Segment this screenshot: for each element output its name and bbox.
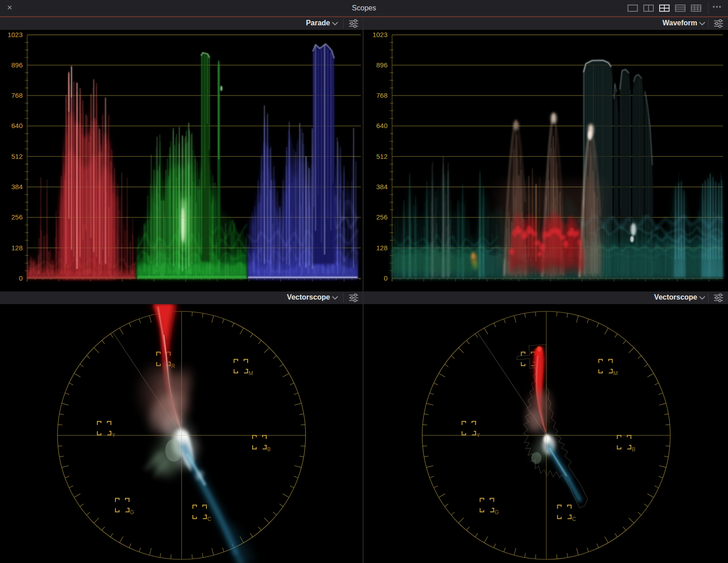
- svg-text:512: 512: [376, 153, 388, 160]
- svg-text:B: B: [267, 446, 271, 453]
- svg-text:256: 256: [376, 213, 388, 221]
- svg-text:128: 128: [11, 244, 23, 252]
- svg-text:768: 768: [11, 91, 23, 99]
- svg-text:B: B: [632, 446, 636, 453]
- svg-text:M: M: [613, 370, 618, 377]
- svg-text:R: R: [171, 363, 175, 369]
- svg-text:768: 768: [376, 91, 388, 99]
- svg-text:1023: 1023: [373, 31, 388, 38]
- svg-text:384: 384: [11, 183, 23, 191]
- svg-text:C: C: [572, 516, 576, 522]
- svg-text:640: 640: [376, 122, 388, 129]
- svg-text:256: 256: [11, 213, 23, 221]
- svg-text:0: 0: [19, 274, 23, 282]
- svg-text:G: G: [495, 509, 499, 515]
- svg-text:128: 128: [376, 244, 388, 252]
- svg-text:G: G: [130, 509, 134, 515]
- svg-text:1023: 1023: [8, 31, 23, 38]
- svg-text:M: M: [249, 370, 253, 377]
- svg-text:C: C: [207, 516, 211, 522]
- svg-text:0: 0: [384, 274, 388, 282]
- svg-text:640: 640: [11, 122, 23, 129]
- svg-text:512: 512: [11, 153, 23, 160]
- svg-text:896: 896: [11, 61, 23, 69]
- svg-text:384: 384: [376, 183, 388, 191]
- svg-text:896: 896: [376, 61, 388, 69]
